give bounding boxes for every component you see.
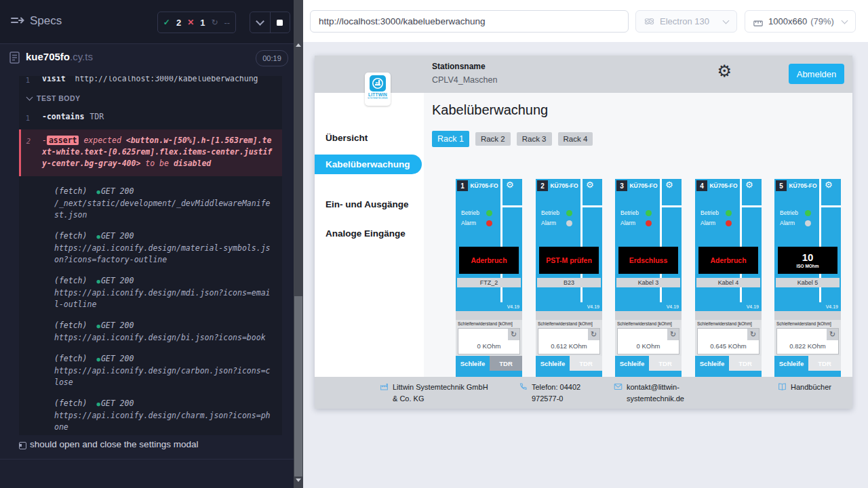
viewport-select[interactable]: 1000x660 (79%) bbox=[745, 10, 856, 33]
device-card-1: 1 KÜ705-FO ⚙ Betrieb Alarm Aderbruch FTZ… bbox=[456, 179, 522, 377]
chevron-down-icon bbox=[842, 18, 848, 24]
refresh-icon[interactable]: ↻ bbox=[827, 329, 838, 340]
footer-item[interactable]: Handbücher bbox=[778, 382, 831, 409]
fetch-url: /_next/static/development/_devMiddleware… bbox=[54, 198, 275, 221]
fetch-log-entry[interactable]: (fetch)●GET 200 /_next/static/developmen… bbox=[19, 186, 282, 221]
command-assert-failed[interactable]: 2 -assert expected <button.w-[50%].h-[1.… bbox=[19, 129, 282, 176]
loop-resistance-box: ↻ 0.645 KOhm bbox=[697, 328, 760, 354]
sidebar-item-3[interactable]: Ein- und Ausgänge bbox=[315, 195, 422, 214]
firmware-version: V4.19 bbox=[667, 304, 679, 309]
sidebar-item-1[interactable]: Übersicht bbox=[315, 128, 422, 148]
footer-item[interactable]: kontakt@littwin-systemtechnik.de bbox=[614, 382, 757, 409]
alarm-label: Alarm bbox=[780, 220, 795, 226]
sidebar-item-2[interactable]: Kabelüberwachung bbox=[315, 155, 422, 174]
divider bbox=[456, 311, 522, 320]
test-body-section[interactable]: TEST BODY bbox=[27, 94, 282, 102]
status-unit: ISO MOhm bbox=[796, 264, 818, 268]
cable-name: Kabel 3 bbox=[616, 278, 680, 287]
firmware-version: V4.19 bbox=[507, 304, 519, 309]
loop-resistance-label: Schleifenwiderstand [kOhm] bbox=[617, 321, 672, 326]
schleife-button[interactable]: Schleife bbox=[774, 356, 808, 371]
firmware-version: V4.19 bbox=[747, 304, 759, 309]
divider bbox=[740, 287, 742, 302]
tdr-button[interactable]: TDR bbox=[808, 356, 841, 371]
command-visit[interactable]: 1 visit http://localhost:3000/kabelueber… bbox=[19, 76, 282, 86]
fetch-url: https://api.iconify.design/mdi.json?icon… bbox=[54, 287, 275, 310]
cable-name: B23 bbox=[537, 278, 601, 287]
settings-gear-icon[interactable]: ⚙ bbox=[717, 63, 732, 79]
scroll-down-arrow-icon[interactable] bbox=[296, 479, 301, 482]
slot-number-badge: 5 bbox=[776, 180, 787, 191]
scroll-up-arrow-icon[interactable] bbox=[296, 43, 301, 47]
refresh-icon[interactable]: ↻ bbox=[667, 329, 679, 340]
refresh-icon[interactable]: ↻ bbox=[508, 329, 519, 340]
fetch-log-entry[interactable]: (fetch)●GET 200 https://api.iconify.desi… bbox=[19, 230, 282, 266]
alarm-led bbox=[486, 220, 492, 226]
divider bbox=[615, 311, 682, 320]
specs-menu-icon[interactable] bbox=[11, 16, 24, 28]
station-name-label: Stationsname bbox=[432, 62, 486, 71]
alarm-led bbox=[646, 220, 652, 226]
chevron-down-icon bbox=[26, 94, 33, 101]
stop-button[interactable] bbox=[270, 12, 290, 33]
failed-count: 1 bbox=[200, 18, 205, 28]
station-name-value: CPLV4_Maschen bbox=[432, 75, 497, 85]
card-settings-gear-icon[interactable]: ⚙ bbox=[506, 180, 514, 189]
fetch-log-entry[interactable]: (fetch)●GET 200 https://api.iconify.desi… bbox=[19, 353, 282, 388]
footer-item[interactable]: Telefon: 04402 972577-0 bbox=[519, 382, 614, 409]
loop-resistance-value: 0 KOhm bbox=[618, 342, 679, 350]
betrieb-led bbox=[805, 210, 811, 216]
card-settings-gear-icon[interactable]: ⚙ bbox=[825, 180, 833, 189]
url-input[interactable] bbox=[310, 10, 629, 33]
alarm-led bbox=[805, 220, 811, 226]
device-card-3: 3 KÜ705-FO ⚙ Betrieb Alarm Erdschluss Ka… bbox=[615, 179, 682, 377]
card-settings-gear-icon[interactable]: ⚙ bbox=[586, 180, 594, 189]
card-settings-gear-icon[interactable]: ⚙ bbox=[745, 180, 753, 189]
loop-resistance-box: ↻ 0.822 KOhm bbox=[776, 328, 839, 354]
schleife-button[interactable]: Schleife bbox=[456, 356, 490, 371]
divider bbox=[580, 287, 583, 302]
browser-select[interactable]: Electron 130 bbox=[635, 10, 737, 33]
reporter-controls bbox=[250, 12, 290, 33]
loop-resistance-label: Schleifenwiderstand [kOhm] bbox=[538, 321, 593, 326]
next-test-row[interactable]: should open and close the settings modal bbox=[0, 439, 294, 458]
schleife-button[interactable]: Schleife bbox=[695, 356, 729, 371]
scrollbar-thumb[interactable] bbox=[294, 296, 302, 476]
alarm-led bbox=[566, 220, 572, 226]
logout-button[interactable]: Abmelden bbox=[789, 64, 844, 84]
reporter-header: Specs ✓2 ✕1 ↻-- bbox=[0, 0, 294, 44]
reporter-scrollbar[interactable] bbox=[294, 0, 303, 488]
command-contains[interactable]: 1 -containsTDR bbox=[19, 110, 282, 123]
refresh-icon[interactable]: ↻ bbox=[588, 329, 599, 340]
alarm-label: Alarm bbox=[701, 220, 715, 226]
card-settings-gear-icon[interactable]: ⚙ bbox=[665, 180, 673, 189]
schleife-button[interactable]: Schleife bbox=[536, 356, 570, 371]
tdr-button[interactable]: TDR bbox=[729, 356, 762, 371]
slot-number-badge: 1 bbox=[457, 180, 468, 191]
loop-resistance-label: Schleifenwiderstand [kOhm] bbox=[458, 321, 513, 326]
status-ok-dot-icon: ● bbox=[96, 188, 100, 195]
alarm-led bbox=[726, 220, 732, 226]
screen: Specs ✓2 ✕1 ↻-- kue705fo.cy.ts 00:19 1 bbox=[0, 0, 868, 488]
tdr-button[interactable]: TDR bbox=[570, 356, 602, 371]
collapse-button[interactable] bbox=[250, 12, 270, 33]
schleife-button[interactable]: Schleife bbox=[615, 356, 649, 371]
refresh-icon[interactable]: ↻ bbox=[747, 329, 759, 340]
sidebar: ÜbersichtKabelüberwachungEin- und Ausgän… bbox=[315, 93, 424, 377]
divider bbox=[695, 311, 762, 320]
cable-name: Kabel 4 bbox=[696, 278, 760, 287]
fetch-log-entry[interactable]: (fetch)●GET 200 https://api.iconify.desi… bbox=[19, 275, 282, 310]
sidebar-item-4[interactable]: Analoge Eingänge bbox=[315, 224, 422, 243]
tdr-button[interactable]: TDR bbox=[490, 356, 522, 371]
loop-resistance-value: 0.645 KOhm bbox=[698, 342, 759, 350]
spec-file-row[interactable]: kue705fo.cy.ts 00:19 bbox=[0, 44, 294, 76]
app-body: ÜbersichtKabelüberwachungEin- und Ausgän… bbox=[315, 93, 852, 377]
fetch-log-entry[interactable]: (fetch)●GET 200 https://api.iconify.desi… bbox=[19, 398, 282, 433]
loop-resistance-box: ↻ 0 KOhm bbox=[458, 328, 520, 354]
tdr-button[interactable]: TDR bbox=[649, 356, 682, 371]
fetch-log-list: (fetch)●GET 200 /_next/static/developmen… bbox=[19, 186, 282, 433]
status-text: Aderbruch bbox=[471, 256, 507, 264]
assert-badge: assert bbox=[47, 136, 79, 145]
cable-name: FTZ_2 bbox=[457, 278, 521, 287]
fetch-log-entry[interactable]: (fetch)●GET 200 https://api.iconify.desi… bbox=[19, 320, 282, 344]
